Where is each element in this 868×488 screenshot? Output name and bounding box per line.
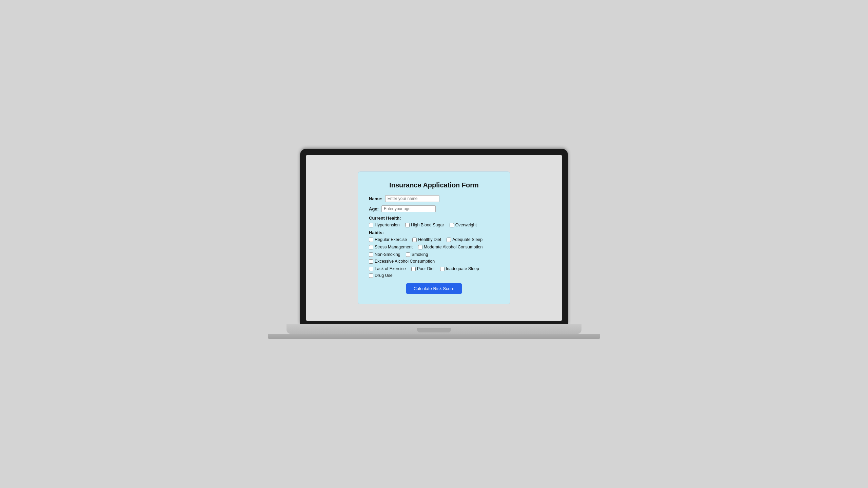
form-title: Insurance Application Form	[369, 181, 499, 189]
checkbox-non-smoking[interactable]: Non-Smoking	[369, 252, 400, 257]
checkbox-adequate-sleep-input[interactable]	[447, 238, 451, 242]
laptop-screen: Insurance Application Form Name: Age: Cu…	[306, 155, 562, 321]
high-blood-sugar-label: High Blood Sugar	[411, 223, 444, 227]
smoking-label: Smoking	[412, 252, 428, 257]
excessive-alcohol-label: Excessive Alcohol Consumption	[375, 259, 435, 264]
habits-row3: Non-Smoking Smoking Excessive Alcohol Co…	[369, 252, 499, 264]
age-input[interactable]	[381, 205, 436, 212]
checkbox-overweight[interactable]: Overweight	[450, 223, 477, 227]
adequate-sleep-label: Adequate Sleep	[452, 237, 482, 242]
calculate-button[interactable]: Calculate Risk Score	[406, 283, 462, 294]
checkbox-poor-diet-input[interactable]	[411, 267, 416, 271]
name-field: Name:	[369, 195, 499, 202]
habits-label: Habits:	[369, 230, 499, 235]
regular-exercise-label: Regular Exercise	[375, 237, 407, 242]
checkbox-smoking[interactable]: Smoking	[406, 252, 428, 257]
checkbox-overweight-input[interactable]	[450, 223, 454, 227]
habits-row1: Regular Exercise Healthy Diet Adequate S…	[369, 237, 499, 242]
current-health-label: Current Health:	[369, 216, 499, 221]
inadequate-sleep-label: Inadequate Sleep	[446, 266, 479, 271]
checkbox-excessive-alcohol[interactable]: Excessive Alcohol Consumption	[369, 259, 435, 264]
name-input[interactable]	[385, 195, 439, 202]
checkbox-hypertension[interactable]: Hypertension	[369, 223, 400, 227]
moderate-alcohol-label: Moderate Alcohol Consumption	[424, 245, 483, 249]
laptop-wrapper: Insurance Application Form Name: Age: Cu…	[268, 149, 600, 339]
lack-of-exercise-label: Lack of Exercise	[375, 266, 406, 271]
checkbox-poor-diet[interactable]: Poor Diet	[411, 266, 435, 271]
checkbox-healthy-diet[interactable]: Healthy Diet	[412, 237, 441, 242]
checkbox-lack-of-exercise[interactable]: Lack of Exercise	[369, 266, 406, 271]
age-field: Age:	[369, 205, 499, 212]
laptop-base	[287, 324, 581, 334]
laptop-notch	[417, 328, 451, 332]
hypertension-label: Hypertension	[375, 223, 400, 227]
checkbox-inadequate-sleep-input[interactable]	[440, 267, 445, 271]
health-options-row: Hypertension High Blood Sugar Overweight	[369, 223, 499, 227]
habits-row4: Lack of Exercise Poor Diet Inadequate Sl…	[369, 266, 499, 278]
checkbox-drug-use[interactable]: Drug Use	[369, 273, 393, 278]
checkbox-non-smoking-input[interactable]	[369, 252, 373, 257]
overweight-label: Overweight	[455, 223, 477, 227]
checkbox-regular-exercise-input[interactable]	[369, 238, 373, 242]
checkbox-smoking-input[interactable]	[406, 252, 410, 257]
non-smoking-label: Non-Smoking	[375, 252, 400, 257]
drug-use-label: Drug Use	[375, 273, 393, 278]
name-label: Name:	[369, 196, 382, 201]
checkbox-inadequate-sleep[interactable]: Inadequate Sleep	[440, 266, 479, 271]
habits-row2: Stress Management Moderate Alcohol Consu…	[369, 245, 499, 249]
checkbox-moderate-alcohol[interactable]: Moderate Alcohol Consumption	[418, 245, 483, 249]
checkbox-high-blood-sugar-input[interactable]	[405, 223, 410, 227]
checkbox-stress-management-input[interactable]	[369, 245, 373, 249]
checkbox-healthy-diet-input[interactable]	[412, 238, 417, 242]
form-card: Insurance Application Form Name: Age: Cu…	[358, 171, 510, 304]
laptop-bottom-bar	[268, 334, 600, 339]
age-label: Age:	[369, 206, 379, 211]
checkbox-excessive-alcohol-input[interactable]	[369, 259, 373, 264]
checkbox-high-blood-sugar[interactable]: High Blood Sugar	[405, 223, 444, 227]
laptop-screen-bezel: Insurance Application Form Name: Age: Cu…	[300, 149, 568, 324]
checkbox-hypertension-input[interactable]	[369, 223, 373, 227]
checkbox-drug-use-input[interactable]	[369, 273, 373, 278]
checkbox-moderate-alcohol-input[interactable]	[418, 245, 422, 249]
poor-diet-label: Poor Diet	[417, 266, 435, 271]
checkbox-adequate-sleep[interactable]: Adequate Sleep	[447, 237, 482, 242]
checkbox-lack-of-exercise-input[interactable]	[369, 267, 373, 271]
checkbox-regular-exercise[interactable]: Regular Exercise	[369, 237, 407, 242]
healthy-diet-label: Healthy Diet	[418, 237, 441, 242]
stress-management-label: Stress Management	[375, 245, 413, 249]
checkbox-stress-management[interactable]: Stress Management	[369, 245, 413, 249]
